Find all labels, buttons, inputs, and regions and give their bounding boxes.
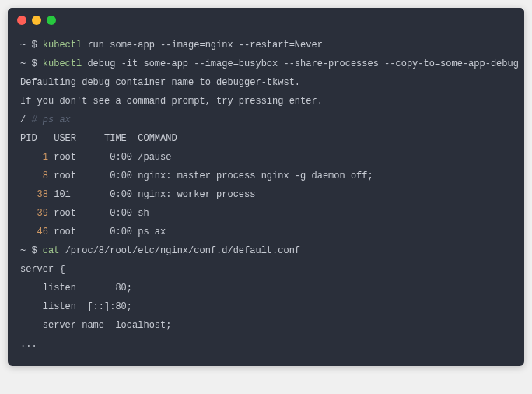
title-bar <box>8 8 524 30</box>
ps-user: root <box>54 227 76 237</box>
close-button[interactable] <box>17 16 26 25</box>
prompt: ~ $ <box>20 40 43 51</box>
nginx-config-line: server { <box>20 264 65 275</box>
cat-path: /proc/8/root/etc/nginx/conf.d/default.co… <box>65 245 300 256</box>
ellipsis: ... <box>20 339 37 350</box>
ps-command: # ps ax <box>31 114 70 125</box>
ps-user: root <box>54 171 76 181</box>
ps-user: 101 <box>54 189 71 200</box>
nginx-config-line: listen [::]:80; <box>20 301 132 312</box>
maximize-button[interactable] <box>47 16 56 25</box>
nginx-config-line: listen 80; <box>20 283 132 294</box>
ps-rest: 0:00 sh <box>76 208 149 219</box>
command-kubectl: kubectl <box>43 58 88 69</box>
minimize-button[interactable] <box>32 16 41 25</box>
prompt: ~ $ <box>20 245 43 256</box>
prompt: / <box>20 114 31 125</box>
prompt: ~ $ <box>20 58 43 69</box>
output-line: Defaulting debug container name to debug… <box>20 77 300 88</box>
ps-header: PID USER TIME COMMAND <box>20 133 177 144</box>
output-line: If you don't see a command prompt, try p… <box>20 96 323 107</box>
ps-rest: 0:00 nginx: worker process <box>71 189 256 200</box>
terminal-window: ~ $ kubectl run some-app --image=nginx -… <box>8 8 524 366</box>
command-args: run some-app --image=nginx --restart=Nev… <box>87 40 322 51</box>
command-args: debug -it some-app --image=busybox --sha… <box>87 58 519 69</box>
ps-user: root <box>54 152 76 163</box>
nginx-config-line: server_name localhost; <box>20 320 171 331</box>
ps-pid: 1 <box>20 152 54 163</box>
ps-user: root <box>54 208 76 219</box>
ps-rest: 0:00 /pause <box>76 152 171 163</box>
ps-rest: 0:00 ps ax <box>76 227 166 237</box>
ps-pid: 38 <box>20 189 54 200</box>
terminal-content[interactable]: ~ $ kubectl run some-app --image=nginx -… <box>8 30 524 366</box>
command-cat: cat <box>43 245 65 256</box>
ps-rest: 0:00 nginx: master process nginx -g daem… <box>76 171 373 181</box>
command-kubectl: kubectl <box>43 40 88 51</box>
ps-pid: 39 <box>20 208 54 219</box>
ps-pid: 8 <box>20 171 54 181</box>
ps-pid: 46 <box>20 227 54 237</box>
